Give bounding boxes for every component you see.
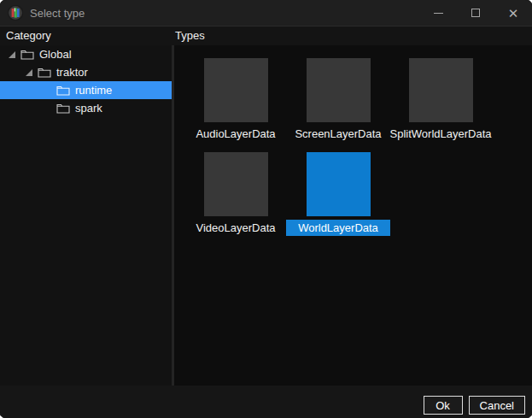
type-label: WorldLayerData [286,220,390,236]
close-button[interactable]: ✕ [494,0,532,26]
type-tile-audiolayerdata[interactable]: AudioLayerData [184,58,287,152]
main-content: Global traktor runtime [0,45,532,386]
types-header: Types [175,29,205,42]
types-grid: AudioLayerData ScreenLayerData SplitWorl… [174,45,499,246]
minimize-button[interactable] [419,0,457,26]
close-icon: ✕ [508,7,519,20]
tree-expander-icon[interactable] [26,69,32,76]
cancel-button[interactable]: Cancel [469,396,525,415]
tree-item-traktor[interactable]: traktor [0,63,172,81]
type-thumbnail [307,152,371,216]
dialog-footer: Ok Cancel [0,386,532,418]
title-bar[interactable]: Select type ✕ [0,0,532,26]
folder-icon [56,103,70,114]
tree-item-label: runtime [75,84,112,97]
types-panel: AudioLayerData ScreenLayerData SplitWorl… [174,45,532,386]
type-label: ScreenLayerData [289,126,386,142]
category-tree: Global traktor runtime [0,45,172,386]
minimize-icon [434,13,443,14]
tree-expander-icon[interactable] [9,51,15,58]
type-thumbnail [409,58,473,122]
tree-item-runtime[interactable]: runtime [0,81,172,99]
type-thumbnail [204,58,268,122]
type-thumbnail [204,152,268,216]
tree-item-global[interactable]: Global [0,45,172,63]
type-label: SplitWorldLayerData [385,126,497,142]
ok-button[interactable]: Ok [424,396,463,415]
column-headers: Category Types [0,26,532,45]
tree-item-label: traktor [56,66,88,79]
folder-icon [20,49,34,60]
maximize-button[interactable] [457,0,494,26]
app-logo-icon [8,5,23,21]
tree-item-label: Global [39,48,72,61]
type-label: AudioLayerData [190,126,280,142]
type-label: VideoLayerData [191,220,281,236]
select-type-dialog: Select type ✕ Category Types [0,0,532,418]
type-tile-splitworldlayerdata[interactable]: SplitWorldLayerData [389,58,492,152]
tree-item-spark[interactable]: spark [0,99,172,117]
window-title: Select type [30,7,85,20]
type-tile-worldlayerdata[interactable]: WorldLayerData [287,152,389,246]
maximize-icon [471,9,480,17]
window-controls: ✕ [419,0,532,26]
type-tile-screenlayerdata[interactable]: ScreenLayerData [287,58,389,152]
category-header: Category [6,29,51,42]
folder-icon [38,67,51,78]
tree-item-label: spark [75,102,102,115]
folder-icon [56,85,70,96]
type-thumbnail [307,58,371,122]
type-tile-videolayerdata[interactable]: VideoLayerData [184,152,287,246]
